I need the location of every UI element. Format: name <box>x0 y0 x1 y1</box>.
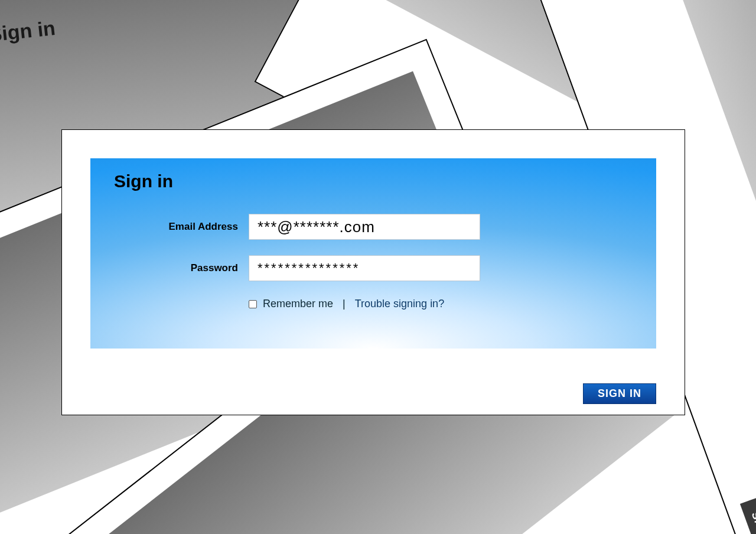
helper-row: Remember me | Trouble signing in? <box>249 298 444 310</box>
remember-me-checkbox[interactable] <box>249 300 257 308</box>
password-field[interactable] <box>249 255 480 281</box>
signin-card: Sign in Email Address Password Remember … <box>61 129 685 415</box>
sign-in-button[interactable]: SIGN IN <box>583 383 656 404</box>
signin-panel: Sign in Email Address Password Remember … <box>90 158 656 349</box>
email-row: Email Address <box>90 214 656 240</box>
trouble-signing-in-link[interactable]: Trouble signing in? <box>355 298 444 310</box>
password-label: Password <box>90 262 249 274</box>
separator: | <box>339 298 349 310</box>
remember-me-label: Remember me <box>263 298 333 310</box>
email-label: Email Address <box>90 221 249 233</box>
password-row: Password <box>90 255 656 281</box>
email-field[interactable] <box>249 214 480 240</box>
bg-sign-in-button: SIGN IN <box>740 496 756 534</box>
page-title: Sign in <box>114 171 173 191</box>
